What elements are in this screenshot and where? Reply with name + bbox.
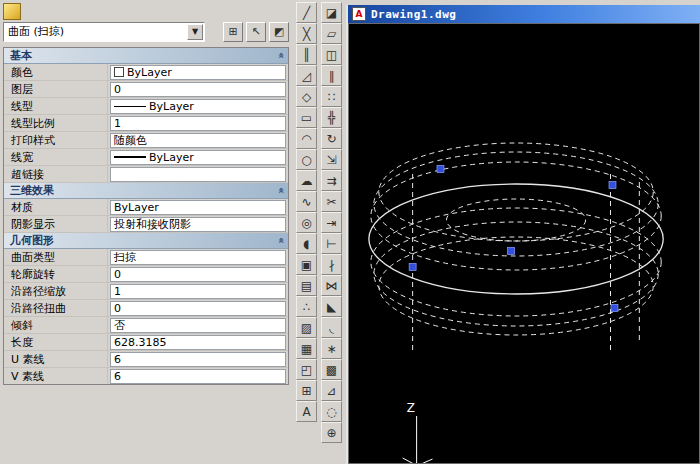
insert-block-icon[interactable]: ▣ (296, 254, 317, 275)
property-value-text: ByLayer (149, 100, 194, 113)
collapse-chevron-icon[interactable]: « (275, 187, 286, 193)
gradient-icon[interactable]: ▦ (296, 338, 317, 359)
property-label: 沿路径扭曲 (4, 300, 108, 316)
join-icon[interactable]: ⋈ (321, 275, 342, 296)
property-value[interactable]: ByLayer (110, 200, 286, 215)
array-icon[interactable]: ∷ (321, 86, 342, 107)
drawing-canvas-svg: Z (349, 24, 699, 463)
property-value[interactable]: 0 (110, 82, 286, 97)
grip-point[interactable] (409, 264, 416, 271)
polyline-icon[interactable]: ◿ (296, 65, 317, 86)
region-icon[interactable]: ◰ (296, 359, 317, 380)
pan-icon[interactable]: ⊕ (321, 422, 342, 443)
property-value[interactable]: 1 (110, 116, 286, 131)
collapse-chevron-icon[interactable]: « (275, 52, 286, 58)
chevron-down-icon[interactable]: ▼ (187, 24, 203, 40)
property-value[interactable]: 0 (110, 301, 286, 316)
rectangle-icon[interactable]: ▭ (296, 107, 317, 128)
property-label: V 素线 (4, 368, 108, 384)
property-value[interactable]: 1 (110, 284, 286, 299)
table-icon[interactable]: ⊞ (296, 380, 317, 401)
multiline-icon[interactable]: ║ (296, 44, 317, 65)
app-icon[interactable] (3, 3, 21, 20)
spline-icon[interactable]: ∿ (296, 191, 317, 212)
copy-icon[interactable]: ▱ (321, 23, 342, 44)
section-header[interactable]: 基本« (4, 48, 288, 64)
section-header[interactable]: 三维效果« (4, 183, 288, 199)
move-icon[interactable]: ╬ (321, 107, 342, 128)
torus-wireframe-ellipse (371, 162, 661, 270)
chamfer-icon[interactable]: ◣ (321, 296, 342, 317)
mtext-icon[interactable]: A (296, 401, 317, 422)
property-value[interactable]: 投射和接收阴影 (110, 217, 286, 232)
revision-cloud-icon[interactable]: ☁ (296, 170, 317, 191)
polygon-icon[interactable]: ◇ (296, 86, 317, 107)
break-at-point-icon[interactable]: ⊢ (321, 233, 342, 254)
property-value[interactable]: ByLayer (110, 65, 286, 80)
grip-point[interactable] (508, 248, 515, 255)
offset-icon[interactable]: ∥ (321, 65, 342, 86)
quick-select-button[interactable]: ◩ (269, 22, 289, 42)
erase-icon[interactable]: ◪ (321, 2, 342, 23)
point-icon[interactable]: ∴ (296, 296, 317, 317)
quickcalc-icon[interactable]: ▩ (321, 359, 342, 380)
stretch-icon[interactable]: ⇉ (321, 170, 342, 191)
palette-header: 曲面 (扫掠) ▼ ⊞↖◩ (3, 21, 289, 42)
make-block-icon[interactable]: ▤ (296, 275, 317, 296)
property-value[interactable]: ByLayer (110, 150, 286, 165)
torus-wireframe-ellipse (374, 152, 658, 256)
property-row: 线型ByLayer (4, 98, 288, 115)
property-value-text: 扫掠 (114, 250, 136, 265)
rotate-icon[interactable]: ↻ (321, 128, 342, 149)
collapse-chevron-icon[interactable]: « (275, 237, 286, 243)
property-row: 沿路径缩放1 (4, 283, 288, 300)
toggle-pickadd-button[interactable]: ⊞ (223, 22, 243, 42)
zoom-icon[interactable]: ◌ (321, 401, 342, 422)
property-value-text: ByLayer (149, 151, 194, 164)
construction-line-icon[interactable]: ╳ (296, 23, 317, 44)
property-value[interactable]: 否 (110, 318, 286, 333)
circle-icon[interactable]: ○ (296, 149, 317, 170)
extend-icon[interactable]: ⇥ (321, 212, 342, 233)
property-value-text: 随颜色 (114, 133, 147, 148)
property-value-text: 628.3185 (114, 336, 167, 349)
drawing-canvas[interactable]: Z (348, 23, 700, 464)
property-value-text: ByLayer (114, 201, 159, 214)
property-value-text: ByLayer (127, 66, 172, 79)
color-swatch (114, 67, 124, 77)
property-value[interactable]: 随颜色 (110, 133, 286, 148)
object-type-dropdown[interactable]: 曲面 (扫掠) ▼ (3, 22, 205, 42)
explode-icon[interactable]: ∗ (321, 338, 342, 359)
trim-icon[interactable]: ✂ (321, 191, 342, 212)
property-value[interactable]: 6 (110, 369, 286, 384)
drawing-window: A Drawing1.dwg Z (346, 5, 700, 464)
grip-point[interactable] (437, 166, 444, 173)
ellipse-arc-icon[interactable]: ◖ (296, 233, 317, 254)
hatch-icon[interactable]: ▨ (296, 317, 317, 338)
arc-icon[interactable]: ◠ (296, 128, 317, 149)
select-objects-button[interactable]: ↖ (246, 22, 266, 42)
dwg-file-icon: A (352, 7, 366, 21)
section-title: 基本 (10, 48, 32, 63)
property-value[interactable]: 628.3185 (110, 335, 286, 350)
section-header[interactable]: 几何图形« (4, 233, 288, 249)
grip-point[interactable] (609, 182, 616, 189)
property-value[interactable]: 6 (110, 352, 286, 367)
property-value[interactable]: 0 (110, 267, 286, 282)
property-value-text: 6 (114, 353, 121, 366)
mirror-icon[interactable]: ◫ (321, 44, 342, 65)
scale-icon[interactable]: ⇲ (321, 149, 342, 170)
property-value[interactable]: 扫掠 (110, 250, 286, 265)
drawing-title: Drawing1.dwg (371, 8, 456, 21)
line-icon[interactable]: ╱ (296, 2, 317, 23)
property-row: 倾斜否 (4, 317, 288, 334)
fillet-icon[interactable]: ◟ (321, 317, 342, 338)
grip-point[interactable] (611, 305, 618, 312)
ucs-icon[interactable]: ⊿ (321, 380, 342, 401)
drawing-titlebar[interactable]: A Drawing1.dwg (348, 5, 700, 23)
break-icon[interactable]: ∤ (321, 254, 342, 275)
property-value[interactable] (110, 167, 286, 182)
property-row: 图层0 (4, 81, 288, 98)
property-value[interactable]: ByLayer (110, 99, 286, 114)
ellipse-icon[interactable]: ◎ (296, 212, 317, 233)
